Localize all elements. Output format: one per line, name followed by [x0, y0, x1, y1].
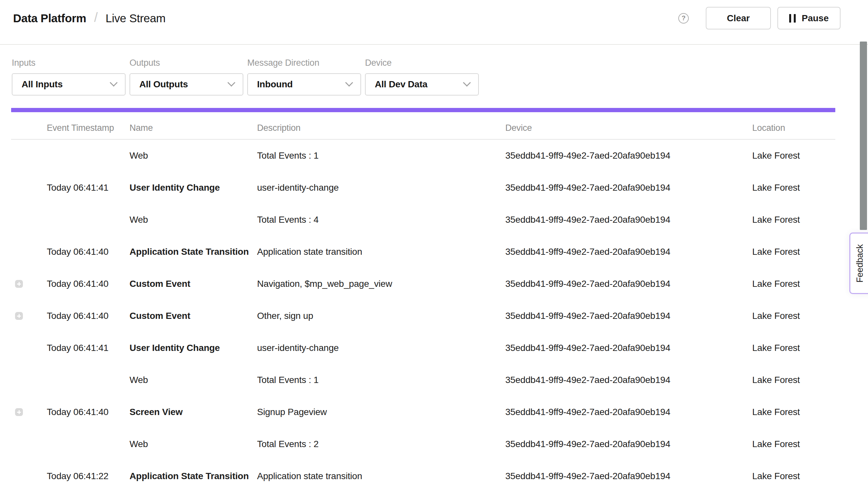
- event-location: Lake Forest: [752, 343, 835, 353]
- event-description: user-identity-change: [257, 182, 505, 193]
- event-row[interactable]: Today 06:41:40 Custom Event Other, sign …: [11, 300, 835, 332]
- event-row[interactable]: Today 06:41:41 User Identity Change user…: [11, 332, 835, 364]
- event-description: Application state transition: [257, 247, 505, 257]
- event-name: Web: [129, 375, 257, 385]
- event-row[interactable]: Today 06:41:40 Application State Transit…: [11, 236, 835, 268]
- event-row-gutter: [11, 440, 47, 448]
- event-device: 35eddb41-9ff9-49e2-7aed-20afa90eb194: [505, 150, 752, 161]
- feedback-tab[interactable]: Feedback: [849, 233, 868, 294]
- column-header-device: Device: [505, 123, 752, 133]
- event-description: Total Events : 1: [257, 150, 505, 161]
- event-device: 35eddb41-9ff9-49e2-7aed-20afa90eb194: [505, 471, 752, 481]
- event-device: 35eddb41-9ff9-49e2-7aed-20afa90eb194: [505, 247, 752, 257]
- event-row[interactable]: Today 06:41:40 Custom Event Navigation, …: [11, 268, 835, 300]
- column-header-description: Description: [257, 123, 505, 133]
- event-device: 35eddb41-9ff9-49e2-7aed-20afa90eb194: [505, 439, 752, 449]
- event-row-gutter: [11, 248, 47, 256]
- expand-plus-icon[interactable]: [15, 408, 23, 416]
- outputs-select[interactable]: All Outputs: [129, 73, 243, 95]
- filter-outputs: Outputs All Outputs: [129, 58, 243, 95]
- event-timestamp: Today 06:41:40: [47, 311, 129, 321]
- event-location: Lake Forest: [752, 439, 835, 449]
- event-name: Custom Event: [129, 279, 257, 289]
- event-description: Total Events : 4: [257, 215, 505, 225]
- event-location: Lake Forest: [752, 375, 835, 385]
- event-row-gutter: [11, 216, 47, 224]
- event-row-gutter: [11, 376, 47, 384]
- event-name: Screen View: [129, 407, 257, 417]
- event-row[interactable]: Web Total Events : 1 35eddb41-9ff9-49e2-…: [11, 364, 835, 396]
- inputs-select[interactable]: All Inputs: [12, 73, 126, 95]
- event-device: 35eddb41-9ff9-49e2-7aed-20afa90eb194: [505, 215, 752, 225]
- message-direction-select[interactable]: Inbound: [247, 73, 361, 95]
- event-device: 35eddb41-9ff9-49e2-7aed-20afa90eb194: [505, 343, 752, 353]
- event-row[interactable]: Today 06:41:40 Screen View Signup Pagevi…: [11, 396, 835, 428]
- event-location: Lake Forest: [752, 311, 835, 321]
- event-location: Lake Forest: [752, 471, 835, 481]
- events-table: Event Timestamp Name Description Device …: [11, 112, 835, 486]
- event-name: User Identity Change: [129, 343, 257, 353]
- event-row[interactable]: Web Total Events : 1 35eddb41-9ff9-49e2-…: [11, 140, 835, 172]
- filter-label-inputs: Inputs: [12, 58, 126, 68]
- filter-label-outputs: Outputs: [129, 58, 243, 68]
- filter-label-device: Device: [365, 58, 479, 68]
- event-location: Lake Forest: [752, 407, 835, 417]
- event-timestamp: Today 06:41:40: [47, 279, 129, 289]
- event-device: 35eddb41-9ff9-49e2-7aed-20afa90eb194: [505, 279, 752, 289]
- vertical-scrollbar-thumb[interactable]: [860, 41, 867, 230]
- header-actions: ? Clear Pause: [678, 7, 840, 29]
- event-timestamp: Today 06:41:41: [47, 182, 129, 193]
- expand-plus-icon[interactable]: [15, 312, 23, 320]
- event-location: Lake Forest: [752, 182, 835, 193]
- event-description: Signup Pageview: [257, 407, 505, 417]
- event-name: User Identity Change: [129, 182, 257, 193]
- pause-icon: [789, 14, 796, 23]
- device-select-value: All Dev Data: [375, 79, 428, 90]
- event-row-gutter: [11, 152, 47, 160]
- pause-button-label: Pause: [802, 13, 829, 24]
- event-location: Lake Forest: [752, 150, 835, 161]
- help-icon[interactable]: ?: [678, 13, 689, 24]
- event-description: Total Events : 2: [257, 439, 505, 449]
- event-row[interactable]: Web Total Events : 2 35eddb41-9ff9-49e2-…: [11, 428, 835, 460]
- event-row[interactable]: Today 06:41:41 User Identity Change user…: [11, 172, 835, 204]
- event-timestamp: Today 06:41:40: [47, 407, 129, 417]
- event-timestamp: Today 06:41:41: [47, 343, 129, 353]
- outputs-select-value: All Outputs: [139, 79, 188, 90]
- expand-plus-icon[interactable]: [15, 280, 23, 288]
- stream-accent-bar: [11, 108, 835, 112]
- event-row[interactable]: Web Total Events : 4 35eddb41-9ff9-49e2-…: [11, 204, 835, 236]
- chevron-down-icon: [345, 79, 353, 86]
- event-description: Total Events : 1: [257, 375, 505, 385]
- message-direction-select-value: Inbound: [257, 79, 293, 90]
- feedback-label: Feedback: [855, 244, 865, 282]
- event-timestamp: Today 06:41:22: [47, 471, 129, 481]
- event-name: Web: [129, 215, 257, 225]
- event-name: Application State Transition: [129, 471, 257, 481]
- page-header: Data Platform / Live Stream ? Clear Paus…: [0, 0, 868, 45]
- filter-device: Device All Dev Data: [365, 58, 479, 95]
- live-stream-page: Data Platform / Live Stream ? Clear Paus…: [0, 0, 868, 486]
- filter-inputs: Inputs All Inputs: [12, 58, 126, 95]
- table-header-row: Event Timestamp Name Description Device …: [11, 112, 835, 140]
- event-row[interactable]: Today 06:41:22 Application State Transit…: [11, 460, 835, 486]
- pause-button[interactable]: Pause: [777, 7, 840, 29]
- filters-bar: Inputs All Inputs Outputs All Outputs Me…: [0, 45, 868, 95]
- event-device: 35eddb41-9ff9-49e2-7aed-20afa90eb194: [505, 182, 752, 193]
- chevron-down-icon: [463, 79, 471, 86]
- column-header-location: Location: [752, 123, 835, 133]
- clear-button[interactable]: Clear: [706, 7, 771, 29]
- event-name: Web: [129, 439, 257, 449]
- breadcrumb: Data Platform / Live Stream: [13, 11, 165, 26]
- event-location: Lake Forest: [752, 247, 835, 257]
- event-row-gutter: [11, 408, 47, 416]
- breadcrumb-separator-icon: /: [94, 10, 98, 25]
- device-select[interactable]: All Dev Data: [365, 73, 479, 95]
- event-device: 35eddb41-9ff9-49e2-7aed-20afa90eb194: [505, 311, 752, 321]
- event-description: Application state transition: [257, 471, 505, 481]
- event-device: 35eddb41-9ff9-49e2-7aed-20afa90eb194: [505, 407, 752, 417]
- breadcrumb-data-platform[interactable]: Data Platform: [13, 12, 86, 25]
- event-name: Application State Transition: [129, 247, 257, 257]
- event-description: user-identity-change: [257, 343, 505, 353]
- breadcrumb-live-stream: Live Stream: [106, 12, 165, 25]
